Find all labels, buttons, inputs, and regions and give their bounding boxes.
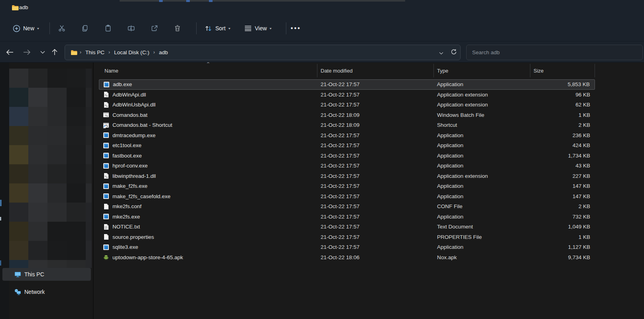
- pane-divider[interactable]: [93, 63, 94, 319]
- cut-button[interactable]: [54, 20, 70, 36]
- forward-button[interactable]: [20, 45, 33, 60]
- file-row[interactable]: AdbWinUsbApi.dll21-Oct-22 17:57Applicati…: [99, 100, 595, 110]
- title-bar[interactable]: adb: [0, 0, 644, 16]
- file-name-cell: mke2fs.conf: [99, 203, 317, 210]
- file-row[interactable]: hprof-conv.exe21-Oct-22 17:57Application…: [99, 161, 595, 171]
- copy-button[interactable]: [77, 20, 93, 36]
- breadcrumb-item[interactable]: This PC: [84, 49, 106, 55]
- network-icon: [14, 289, 21, 295]
- app-file-icon: [103, 81, 110, 88]
- column-header-date-modified[interactable]: Date modified: [317, 64, 434, 77]
- chevron-down-icon: ▾: [270, 27, 272, 30]
- file-size: 147 KB: [530, 193, 595, 199]
- blurred-pixel-block: [28, 69, 47, 88]
- file-name-cell: dmtracedump.exe: [99, 132, 317, 138]
- blurred-pixel-block: [86, 241, 92, 260]
- file-explorer-window: adb New ▾ A: [0, 0, 644, 319]
- breadcrumb-item[interactable]: Local Disk (C:): [112, 49, 151, 55]
- bat-file-icon: [103, 112, 109, 118]
- address-dropdown-chevron-icon[interactable]: [439, 49, 443, 56]
- up-button[interactable]: [48, 45, 61, 60]
- file-name: mke2fs.exe: [112, 214, 140, 220]
- blurred-pixel-block: [9, 145, 28, 164]
- column-headers: Name Date modified Type Size: [99, 64, 595, 77]
- file-row[interactable]: libwinpthread-1.dll21-Oct-22 17:57Applic…: [99, 171, 595, 181]
- file-size: 1,127 KB: [530, 244, 595, 250]
- rename-button[interactable]: A: [123, 20, 139, 36]
- app-file-icon: [103, 213, 109, 220]
- breadcrumb-item[interactable]: adb: [158, 49, 170, 55]
- screen-artifact: [186, 0, 190, 2]
- refresh-icon[interactable]: [451, 49, 457, 57]
- file-row[interactable]: mke2fs.exe21-Oct-22 17:57Application732 …: [99, 212, 595, 222]
- file-name-cell: make_f2fs.exe: [99, 183, 317, 189]
- file-type: Application: [434, 214, 530, 220]
- toolbar-divider: [286, 22, 286, 34]
- file-name: uptodown-app-store-4-65.apk: [112, 254, 183, 260]
- file-date-modified: 21-Oct-22 17:57: [317, 193, 434, 199]
- file-name-cell: Comandos.bat - Shortcut: [99, 122, 317, 128]
- file-size: 147 KB: [530, 183, 595, 189]
- file-file-icon: [103, 203, 109, 210]
- file-row[interactable]: dmtracedump.exe21-Oct-22 17:57Applicatio…: [99, 130, 595, 141]
- new-button[interactable]: New ▾: [9, 20, 43, 36]
- blurred-pixel-block: [67, 69, 86, 88]
- more-options-button[interactable]: •••: [288, 20, 304, 36]
- view-button-label: View: [255, 25, 267, 32]
- address-bar[interactable]: ›This PC›Local Disk (C:)›adb: [65, 45, 461, 60]
- file-row[interactable]: NOTICE.txt21-Oct-22 17:57Text Document1,…: [99, 222, 595, 232]
- blurred-pixel-block: [9, 260, 28, 268]
- file-type: Application: [434, 193, 530, 199]
- app-file-icon: [103, 152, 109, 159]
- column-header-size[interactable]: Size: [530, 64, 595, 77]
- file-row[interactable]: adb.exe21-Oct-22 17:57Application5,853 K…: [99, 79, 595, 90]
- file-row[interactable]: fastboot.exe21-Oct-22 17:57Application1,…: [99, 151, 595, 161]
- file-name-cell: NOTICE.txt: [99, 224, 317, 230]
- file-row[interactable]: Comandos.bat21-Oct-22 18:09Windows Batch…: [99, 110, 595, 120]
- toolbar-divider: [49, 22, 50, 34]
- search-input[interactable]: [467, 45, 642, 60]
- file-type: Application: [434, 81, 530, 87]
- file-date-modified: 21-Oct-22 17:57: [317, 163, 434, 169]
- file-list: adb.exe21-Oct-22 17:57Application5,853 K…: [99, 79, 595, 262]
- file-type: Application: [434, 163, 530, 169]
- file-row[interactable]: Comandos.bat - Shortcut21-Oct-22 18:09Sh…: [99, 120, 595, 130]
- file-row[interactable]: make_f2fs_casefold.exe21-Oct-22 17:57App…: [99, 191, 595, 202]
- view-button[interactable]: View ▾: [241, 20, 275, 36]
- share-button[interactable]: [146, 20, 162, 36]
- paste-button[interactable]: [100, 20, 116, 36]
- column-header-name[interactable]: Name: [99, 64, 317, 77]
- file-date-modified: 21-Oct-22 17:57: [317, 153, 434, 159]
- search-box: [466, 45, 643, 60]
- file-row[interactable]: mke2fs.conf21-Oct-22 17:57CONF File2 KB: [99, 201, 595, 212]
- file-name: NOTICE.txt: [112, 224, 140, 230]
- blurred-pixel-block: [47, 241, 67, 260]
- file-row[interactable]: etc1tool.exe21-Oct-22 17:57Application42…: [99, 140, 595, 151]
- file-row[interactable]: uptodown-app-store-4-65.apk21-Oct-22 18:…: [99, 252, 595, 263]
- sidebar-item-network[interactable]: Network: [2, 286, 91, 298]
- sidebar-item-this-pc[interactable]: This PC: [2, 268, 91, 281]
- recent-locations-button[interactable]: [36, 45, 49, 60]
- blurred-pixel-block: [28, 88, 47, 107]
- blurred-pixel-block: [67, 88, 86, 107]
- file-row[interactable]: AdbWinApi.dll21-Oct-22 17:57Application …: [99, 90, 595, 100]
- file-row[interactable]: source.properties21-Oct-22 17:57PROPERTI…: [99, 232, 595, 242]
- app-file-icon: [103, 244, 109, 250]
- blurred-pixel-block: [86, 260, 92, 268]
- file-type: PROPERTIES File: [434, 234, 530, 240]
- file-row[interactable]: make_f2fs.exe21-Oct-22 17:57Application1…: [99, 181, 595, 191]
- file-size: 96 KB: [530, 92, 595, 98]
- file-row[interactable]: sqlite3.exe21-Oct-22 17:57Application1,1…: [99, 242, 595, 252]
- screen-artifact: [0, 260, 1, 266]
- column-header-type[interactable]: Type: [434, 64, 530, 77]
- back-button[interactable]: [3, 45, 17, 60]
- file-size: 236 KB: [530, 132, 595, 138]
- blurred-pixel-block: [9, 222, 28, 241]
- app-file-icon: [103, 163, 109, 169]
- screen-artifact: [0, 217, 1, 221]
- file-date-modified: 21-Oct-22 17:57: [317, 142, 434, 148]
- blurred-pixel-block: [28, 107, 47, 126]
- sort-button[interactable]: Sort ▾: [201, 20, 234, 36]
- delete-button[interactable]: [169, 20, 185, 36]
- file-name: dmtracedump.exe: [112, 132, 156, 138]
